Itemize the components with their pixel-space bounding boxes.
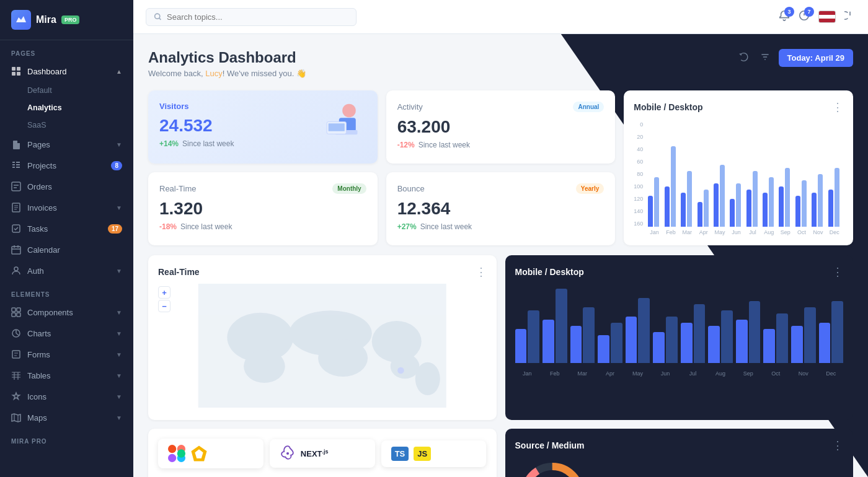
- date-btn[interactable]: Today: April 29: [779, 49, 853, 67]
- bar-oct-dark: [795, 196, 800, 227]
- sidebar-item-dashboard[interactable]: Dashboard ▲: [0, 61, 133, 82]
- forms-label: Forms: [27, 350, 110, 359]
- activity-footer: -12% Since last week: [397, 141, 604, 149]
- saas-label: SaaS: [27, 121, 46, 129]
- bar-nov-dark: [812, 193, 817, 227]
- svg-point-24: [244, 350, 285, 383]
- sidebar-logo: Mira PRO: [0, 0, 133, 40]
- bar-oct-light: [802, 180, 807, 227]
- tables-label: Tables: [27, 371, 110, 380]
- dark-chart-menu[interactable]: ⋮: [832, 265, 843, 279]
- sidebar-item-charts[interactable]: Charts ▼: [0, 323, 133, 344]
- tables-icon: [11, 370, 21, 380]
- refresh-btn[interactable]: [737, 50, 751, 67]
- dark-bar-8a: [708, 326, 720, 363]
- source-medium-title: Source / Medium: [515, 440, 585, 450]
- bar-jan-light: [654, 177, 659, 227]
- dashboard-label: Dashboard: [27, 67, 110, 76]
- svg-rect-31: [168, 445, 176, 453]
- sidebar-item-analytics[interactable]: Analytics: [0, 99, 133, 116]
- dark-bar-5b: [638, 298, 650, 363]
- sidebar-item-forms[interactable]: Forms ▼: [0, 344, 133, 365]
- charts-label: Charts: [27, 329, 110, 338]
- sidebar-item-tables[interactable]: Tables ▼: [0, 365, 133, 386]
- dark-bar-7b: [694, 304, 706, 363]
- stat-card-visitors: Visitors 24.532 +14% Since last week: [148, 90, 378, 164]
- bar-dec-dark: [828, 190, 833, 227]
- svg-rect-14: [12, 351, 20, 358]
- sidebar-item-maps[interactable]: Maps ▼: [0, 407, 133, 428]
- bar-dec-light: [835, 168, 839, 227]
- maps-chevron: ▼: [116, 414, 122, 421]
- tasks-icon: [11, 224, 21, 234]
- y-axis: 160 140 120 100 80 60 40 20 0: [634, 121, 643, 227]
- realtime-badge: Monthly: [332, 183, 366, 194]
- bar-may-dark: [714, 183, 719, 227]
- brand-name: Mira: [36, 14, 56, 25]
- sidebar-item-components[interactable]: Components ▼: [0, 302, 133, 323]
- invoices-icon: [11, 203, 21, 212]
- bounce-value: 12.364: [397, 199, 604, 219]
- figma-sketch-card: [158, 439, 264, 468]
- orders-label: Orders: [27, 182, 122, 191]
- alerts-btn[interactable]: 7: [799, 10, 810, 24]
- projects-label: Projects: [27, 161, 105, 170]
- lower-grid: Real-Time ⋮ + −: [148, 255, 853, 420]
- language-flag[interactable]: [818, 11, 836, 23]
- realtime-map-card: Real-Time ⋮ + −: [148, 255, 497, 420]
- search-input[interactable]: [167, 12, 348, 22]
- components-icon: [11, 307, 21, 317]
- dark-bar-1a: [515, 329, 527, 363]
- notifications-btn[interactable]: 3: [779, 10, 790, 24]
- map-menu[interactable]: ⋮: [476, 265, 487, 279]
- redux-icon: [280, 445, 296, 462]
- source-medium-menu[interactable]: ⋮: [832, 439, 843, 452]
- source-medium-header: Source / Medium ⋮: [515, 439, 844, 452]
- sidebar-item-default[interactable]: Default: [0, 82, 133, 99]
- dark-bar-2a: [542, 320, 554, 363]
- search-wrap[interactable]: [146, 8, 356, 26]
- header: 3 7: [133, 0, 868, 34]
- power-btn[interactable]: [844, 10, 856, 24]
- visitors-illustration: [316, 97, 371, 152]
- svg-rect-3: [17, 72, 20, 76]
- auth-chevron: ▼: [116, 268, 122, 274]
- content-area: Analytics Dashboard Welcome back, Lucy! …: [133, 34, 868, 477]
- mobile-desktop-menu[interactable]: ⋮: [832, 100, 843, 114]
- components-label: Components: [27, 308, 110, 317]
- svg-rect-21: [328, 123, 344, 131]
- mobile-desktop-chart: Mobile / Desktop ⋮ 160 140 120 100 80 60…: [624, 90, 853, 245]
- activity-since: Since last week: [418, 141, 470, 149]
- sidebar-item-projects[interactable]: Projects 8: [0, 155, 133, 176]
- dark-bar-9a: [736, 320, 748, 363]
- svg-point-30: [397, 367, 404, 374]
- bar-aug-light: [769, 177, 774, 227]
- realtime-value: 1.320: [159, 199, 366, 219]
- filter-btn[interactable]: [758, 50, 773, 67]
- svg-rect-9: [12, 308, 16, 312]
- sidebar-item-pages[interactable]: Pages ▼: [0, 134, 133, 155]
- dark-bar-5a: [626, 317, 637, 363]
- visitors-change: +14%: [159, 139, 179, 148]
- maps-label: Maps: [27, 413, 110, 422]
- charts-chevron: ▼: [116, 330, 122, 337]
- sidebar-item-tasks[interactable]: Tasks 17: [0, 218, 133, 239]
- svg-point-29: [415, 362, 440, 395]
- sidebar-item-calendar[interactable]: Calendar: [0, 239, 133, 260]
- sidebar-item-auth[interactable]: Auth ▼: [0, 260, 133, 281]
- sidebar-item-invoices[interactable]: Invoices ▼: [0, 197, 133, 218]
- realtime-footer: -18% Since last week: [159, 222, 366, 231]
- projects-badge: 8: [111, 161, 122, 170]
- dark-bar-9b: [749, 301, 761, 363]
- sidebar-item-icons[interactable]: Icons ▼: [0, 386, 133, 407]
- dark-right-panel: Mobile / Desktop ⋮: [505, 255, 854, 420]
- tech-logos-card: NEXT.js TS JS: [148, 429, 497, 477]
- activity-value: 63.200: [397, 117, 604, 137]
- bar-labels: Jan Feb Mar Apr May Jun Jul Aug Sep Oct …: [645, 227, 843, 235]
- page-header-actions: Today: April 29: [737, 49, 853, 67]
- sidebar-item-orders[interactable]: Orders: [0, 176, 133, 197]
- bar-jan-dark: [648, 196, 653, 227]
- forms-icon: [11, 349, 21, 359]
- page-title-section: Analytics Dashboard Welcome back, Lucy! …: [148, 49, 306, 78]
- sidebar-item-saas[interactable]: SaaS: [0, 116, 133, 134]
